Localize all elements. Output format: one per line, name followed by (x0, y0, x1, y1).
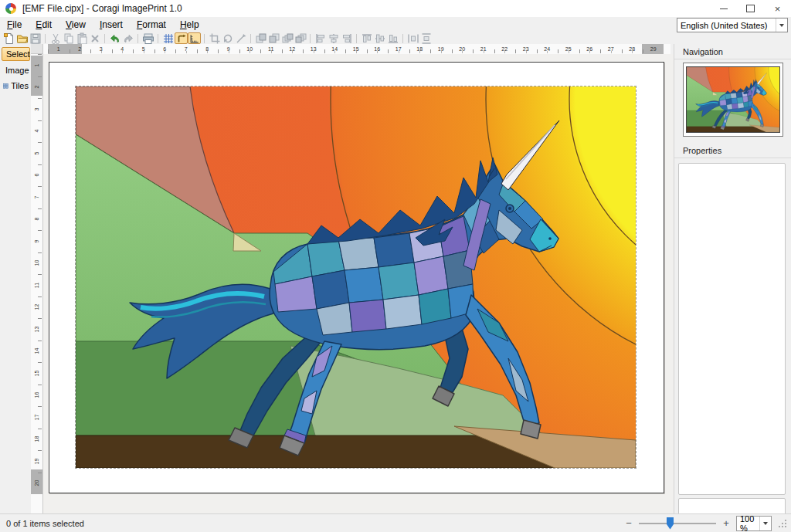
vruler-cell: 3 (31, 98, 42, 120)
zoom-dropdown-arrow-icon[interactable] (759, 517, 771, 530)
delete-icon (89, 32, 101, 45)
align-center-button[interactable] (327, 32, 340, 44)
window-controls: × (710, 0, 791, 17)
zoom-level-dropdown[interactable]: 100 % (736, 516, 772, 531)
align-top-button[interactable] (360, 32, 373, 44)
maximize-button[interactable] (737, 0, 764, 17)
tool-sidebar: Select Image Tiles (0, 44, 31, 513)
crop-button[interactable] (208, 32, 221, 44)
vruler-cell: 16 (31, 385, 42, 407)
toolbar-separator (356, 34, 357, 43)
copy-button[interactable] (62, 32, 75, 44)
resize-grip-icon[interactable] (779, 520, 786, 527)
delete-button[interactable] (88, 32, 101, 44)
properties-panel-content (678, 163, 786, 495)
properties-panel-title: Properties (674, 143, 791, 158)
undo-button[interactable] (108, 32, 121, 44)
align-bottom-button[interactable] (386, 32, 399, 44)
vruler-cell: 19 (31, 450, 42, 473)
window-title: [EMF File.cipx] - Coragi ImagePrint 1.0 (22, 3, 182, 14)
tiles-tool-label: Tiles (11, 81, 29, 90)
send-to-back-button[interactable] (267, 32, 280, 44)
grid-button[interactable] (161, 32, 175, 44)
horizontal-ruler-cells: 1234567891011121314151617181920212223242… (48, 44, 664, 54)
horizontal-ruler[interactable]: 1234567891011121314151617181920212223242… (43, 44, 670, 55)
navigation-thumbnail[interactable] (683, 63, 783, 137)
align-right-icon (341, 32, 353, 45)
tiles-tool-button[interactable]: Tiles (2, 80, 30, 92)
select-tool-label: Select (6, 49, 30, 59)
select-tool-button[interactable]: Select (2, 47, 30, 61)
menu-edit[interactable]: Edit (29, 18, 59, 32)
send-backward-button[interactable] (294, 32, 307, 44)
cut-button[interactable] (49, 32, 62, 44)
bring-to-front-button[interactable] (254, 32, 267, 44)
navigation-thumbnail-image[interactable] (687, 67, 779, 132)
close-icon: × (775, 4, 781, 14)
hruler-cell: 20 (452, 44, 474, 54)
hruler-cell: 26 (579, 44, 601, 54)
distribute-horizontal-button[interactable] (406, 32, 419, 44)
new-document-icon (3, 32, 15, 45)
align-left-button[interactable] (314, 32, 327, 44)
toolbar-separator (45, 34, 46, 43)
open-button[interactable] (15, 32, 29, 44)
vruler-cell: 15 (31, 362, 42, 385)
save-button[interactable] (29, 32, 42, 44)
image-tool-button[interactable]: Image (2, 64, 30, 76)
menu-help[interactable]: Help (173, 18, 206, 32)
guides-toggle-button[interactable] (175, 32, 188, 44)
menu-view[interactable]: View (59, 18, 93, 32)
copy-icon (63, 32, 75, 45)
send-to-back-icon (268, 32, 280, 45)
rotate-button[interactable] (221, 32, 234, 44)
bring-forward-button[interactable] (280, 32, 294, 44)
distribute-vertical-button[interactable] (419, 32, 433, 44)
minimize-button[interactable] (710, 0, 737, 17)
tiles-icon (3, 82, 8, 90)
zoom-out-button[interactable]: − (624, 517, 633, 529)
hruler-cell: 19 (430, 44, 452, 54)
menu-format[interactable]: Format (130, 18, 173, 32)
zoom-slider-track[interactable] (639, 523, 716, 524)
skew-button[interactable] (234, 32, 247, 44)
close-button[interactable]: × (764, 0, 791, 17)
vertical-ruler[interactable]: 1234567891011121314151617181920 (31, 54, 43, 513)
menu-file[interactable]: File (0, 18, 29, 32)
dropdown-arrow-icon[interactable] (776, 19, 787, 32)
distribute-vertical-icon (420, 32, 433, 45)
paste-button[interactable] (75, 32, 88, 44)
ruler-toggle-button[interactable] (188, 32, 201, 44)
align-middle-button[interactable] (373, 32, 386, 44)
paste-icon (76, 32, 88, 45)
hruler-cell: 6 (154, 44, 176, 54)
align-right-button[interactable] (340, 32, 353, 44)
language-dropdown[interactable]: English (United States) (677, 18, 788, 32)
canvas-area[interactable] (43, 54, 674, 513)
emf-image-object[interactable] (75, 86, 637, 469)
toolbar-separator (158, 34, 158, 43)
redo-button[interactable] (121, 32, 134, 44)
hruler-cell: 15 (345, 44, 367, 54)
bring-forward-icon (281, 32, 294, 45)
statusbar: 0 of 1 items selected − + 100 % (0, 513, 791, 532)
new-document-button[interactable] (2, 32, 15, 44)
minimize-icon (720, 8, 728, 9)
zoom-in-button[interactable]: + (721, 517, 731, 529)
hruler-cell: 11 (260, 44, 282, 54)
print-button[interactable] (141, 32, 154, 44)
vruler-cell: 6 (31, 164, 42, 187)
document-page[interactable] (49, 62, 664, 493)
hruler-cell: 29 (643, 44, 664, 54)
zoom-slider[interactable] (639, 517, 716, 530)
vruler-cell: 14 (31, 341, 42, 363)
zoom-slider-thumb[interactable] (667, 517, 674, 530)
menu-insert[interactable]: Insert (93, 18, 130, 32)
align-middle-icon (374, 32, 386, 45)
hruler-cell: 27 (600, 44, 622, 54)
hruler-cell: 9 (218, 44, 239, 54)
guides-icon (176, 33, 187, 44)
vruler-cell: 2 (31, 76, 42, 99)
toolbar-separator (402, 34, 403, 43)
vruler-cell: 18 (31, 429, 42, 451)
